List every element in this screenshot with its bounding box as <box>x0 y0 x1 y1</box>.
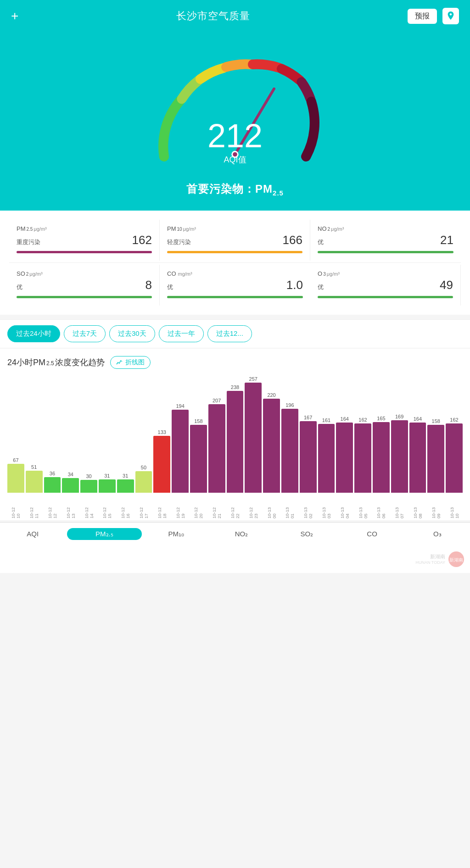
bar-col-22: 164 10-1308 <box>409 416 426 518</box>
bar-col-6: 31 10-1216 <box>117 473 134 518</box>
card-row: 优 1.0 <box>167 278 303 292</box>
bottom-tab-PM.[interactable]: PM₂.₅ <box>67 528 141 540</box>
bar-rect <box>263 399 280 493</box>
bar-time: 10-1213 <box>66 495 76 518</box>
bottom-tab-PM[interactable]: PM₁₀ <box>144 528 209 540</box>
bar-col-23: 158 10-1309 <box>427 418 444 518</box>
bar-col-21: 169 10-1307 <box>391 414 408 518</box>
bar-value: 162 <box>358 417 367 423</box>
bar-rect <box>172 410 189 493</box>
bar-value: 158 <box>194 418 202 424</box>
bar-rect <box>318 424 335 493</box>
svg-text:新湖南: 新湖南 <box>449 557 463 562</box>
bar-time: 10-1217 <box>139 495 149 518</box>
bar-value: 167 <box>304 415 312 420</box>
card-progress-bar <box>318 251 453 253</box>
card-status: 优 <box>318 283 324 291</box>
bar-col-11: 207 10-1221 <box>208 398 225 518</box>
forecast-button[interactable]: 预报 <box>408 9 437 24</box>
data-card-no2: NO2 μg/m³ 优 21 <box>310 220 461 261</box>
bar-col-16: 167 10-1302 <box>300 415 317 518</box>
bar-time: 10-1223 <box>248 495 258 518</box>
bar-rect <box>281 409 298 493</box>
bar-time: 10-1307 <box>394 495 404 518</box>
card-progress-bar <box>167 296 303 298</box>
tab-item-0[interactable]: 过去24小时 <box>7 325 60 342</box>
bar-value: 220 <box>267 392 275 398</box>
line-chart-button[interactable]: 折线图 <box>110 356 151 369</box>
bar-col-5: 31 10-1215 <box>99 473 116 518</box>
data-card-so2: SO2 μg/m³ 优 8 <box>9 265 160 306</box>
bar-value: 257 <box>249 376 257 382</box>
bar-rect <box>99 479 116 493</box>
data-row-divider <box>9 262 461 263</box>
bar-time: 10-1218 <box>157 495 167 518</box>
bar-col-10: 158 10-1220 <box>190 418 207 518</box>
card-row: 优 49 <box>318 278 453 292</box>
bar-time: 10-1305 <box>358 495 368 518</box>
bar-value: 67 <box>13 457 18 463</box>
bar-time: 10-1211 <box>29 495 39 518</box>
bar-col-14: 220 10-1300 <box>263 392 280 518</box>
tab-item-2[interactable]: 过去30天 <box>109 325 155 342</box>
bar-rect <box>62 478 79 493</box>
bar-time: 10-1310 <box>449 495 459 518</box>
brand-subtitle: HUNAN TODAY <box>415 560 445 565</box>
bar-value: 162 <box>450 417 458 423</box>
bar-time: 10-1302 <box>303 495 313 518</box>
bar-value: 31 <box>123 473 128 479</box>
bar-rect <box>354 423 371 493</box>
location-button[interactable] <box>442 8 459 24</box>
card-status: 轻度污染 <box>167 238 191 246</box>
bar-value: 164 <box>341 416 349 422</box>
card-name: CO mg/m³ <box>167 270 303 277</box>
bottom-tab-SO[interactable]: SO₂ <box>274 528 339 540</box>
data-cards-section: PM2.5 μg/m³ 重度污染 162 PM10 μg/m³ 轻度污染 166… <box>0 211 470 315</box>
card-progress-bar <box>17 251 152 253</box>
bar-time: 10-1303 <box>321 495 331 518</box>
chart-title: 24小时PM2.5浓度变化趋势 <box>7 357 105 368</box>
card-row: 优 21 <box>318 233 453 247</box>
bar-value: 196 <box>285 402 294 408</box>
bar-col-9: 194 10-1219 <box>172 403 189 518</box>
bar-rect <box>373 422 390 493</box>
bar-chart: 67 10-1210 51 10-1211 36 10-1212 34 10-1… <box>7 376 463 520</box>
bar-col-2: 36 10-1212 <box>44 471 61 518</box>
card-name: SO2 μg/m³ <box>17 270 152 277</box>
tab-item-4[interactable]: 过去12... <box>207 325 252 342</box>
data-card-pm2.5: PM2.5 μg/m³ 重度污染 162 <box>9 220 160 261</box>
gauge-value-container: 212 AQI值 <box>207 119 263 165</box>
bar-rect <box>117 479 134 493</box>
tab-item-3[interactable]: 过去一年 <box>159 325 204 342</box>
bar-rect <box>227 391 244 493</box>
bar-time: 10-1219 <box>175 495 185 518</box>
card-value: 166 <box>283 233 302 247</box>
card-name: O3 μg/m³ <box>318 270 453 277</box>
bar-time: 10-1221 <box>212 495 222 518</box>
bar-col-1: 51 10-1211 <box>26 464 43 518</box>
bar-rect <box>336 423 353 493</box>
bar-value: 165 <box>377 416 385 421</box>
bottom-tab-O₃[interactable]: O₃ <box>405 528 470 540</box>
bar-col-3: 34 10-1213 <box>62 472 79 518</box>
bottom-tab-CO[interactable]: CO <box>339 528 404 540</box>
add-button[interactable]: + <box>11 9 18 23</box>
bar-col-15: 196 10-1301 <box>281 402 298 518</box>
bar-value: 36 <box>50 471 55 476</box>
bottom-tab-AQI[interactable]: AQI <box>0 528 65 540</box>
bar-rect <box>391 420 408 493</box>
tab-item-1[interactable]: 过去7天 <box>64 325 106 342</box>
card-value: 21 <box>440 233 453 247</box>
bar-rect <box>80 480 97 493</box>
bar-col-20: 165 10-1306 <box>373 416 390 518</box>
card-name: PM2.5 μg/m³ <box>17 225 152 232</box>
bar-value: 50 <box>141 465 146 470</box>
bar-time: 10-1300 <box>267 495 277 518</box>
card-progress-bar <box>17 296 152 298</box>
bottom-tab-NO[interactable]: NO₂ <box>209 528 274 540</box>
data-card-co: CO mg/m³ 优 1.0 <box>160 265 310 306</box>
bar-rect <box>300 421 317 493</box>
bottom-tabs: AQIPM₂.₅PM₁₀NO₂SO₂COO₃ <box>0 522 470 547</box>
bar-value: 169 <box>395 414 403 419</box>
bar-col-7: 50 10-1217 <box>135 465 152 518</box>
